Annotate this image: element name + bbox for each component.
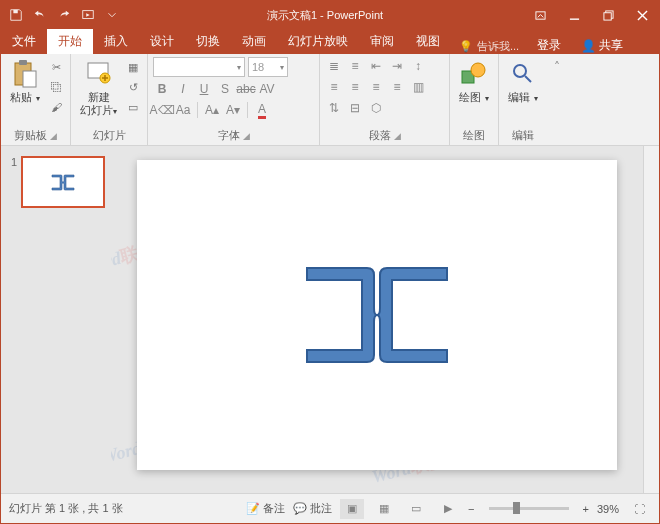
cut-icon[interactable]: ✂ (47, 59, 65, 75)
font-color-button[interactable]: A (253, 101, 271, 119)
tab-view[interactable]: 视图 (405, 29, 451, 54)
dialog-launcher-icon[interactable]: ◢ (50, 131, 57, 141)
group-font: ▾ 18▾ B I U S abc AV A⌫ Aa A▴ A▾ A 字体◢ (148, 54, 320, 145)
share-button[interactable]: 👤共享 (571, 37, 633, 54)
shrink-font-icon[interactable]: A▾ (224, 101, 242, 119)
svg-rect-2 (535, 11, 544, 18)
indent-increase-icon[interactable]: ⇥ (388, 57, 406, 75)
ribbon-display-icon[interactable] (523, 1, 557, 29)
svg-rect-9 (19, 60, 27, 65)
paste-icon (10, 59, 40, 89)
group-editing: 编辑 ▾ 编辑 (499, 54, 547, 145)
group-paragraph: ≣ ≡ ⇤ ⇥ ↕ ≡ ≡ ≡ ≡ ▥ ⇅ ⊟ ⬡ 段落◢ (320, 54, 450, 145)
svg-point-15 (514, 65, 526, 77)
comments-button[interactable]: 💬 批注 (293, 501, 332, 516)
group-drawing: 绘图 ▾ 绘图 (450, 54, 499, 145)
numbering-icon[interactable]: ≡ (346, 57, 364, 75)
tab-home[interactable]: 开始 (47, 29, 93, 54)
shadow-button[interactable]: S (216, 80, 234, 98)
share-icon: 👤 (581, 39, 596, 53)
notes-button[interactable]: 📝 备注 (246, 501, 285, 516)
slide-thumb-1[interactable]: 1 (7, 156, 105, 208)
tab-design[interactable]: 设计 (139, 29, 185, 54)
copy-icon[interactable]: ⿻ (47, 79, 65, 95)
zoom-in-button[interactable]: + (583, 503, 589, 515)
font-size-combo[interactable]: 18▾ (248, 57, 288, 77)
line-spacing-icon[interactable]: ↕ (409, 57, 427, 75)
svg-line-16 (525, 76, 531, 82)
tab-transition[interactable]: 切换 (185, 29, 231, 54)
new-slide-button[interactable]: 新建 幻灯片▾ (76, 57, 121, 119)
underline-button[interactable]: U (195, 80, 213, 98)
align-right-icon[interactable]: ≡ (367, 78, 385, 96)
tab-insert[interactable]: 插入 (93, 29, 139, 54)
start-from-beginning-icon[interactable] (77, 4, 99, 26)
normal-view-icon[interactable]: ▣ (340, 499, 364, 519)
tell-me[interactable]: 💡告诉我... (451, 39, 527, 54)
align-text-icon[interactable]: ⊟ (346, 99, 364, 117)
window-title: 演示文稿1 - PowerPoint (127, 8, 523, 23)
italic-button[interactable]: I (174, 80, 192, 98)
vertical-scrollbar[interactable] (643, 146, 659, 493)
collapse-ribbon-icon[interactable]: ˄ (548, 58, 566, 76)
paste-button[interactable]: 粘贴 ▾ (6, 57, 44, 106)
font-family-combo[interactable]: ▾ (153, 57, 245, 77)
bulb-icon: 💡 (459, 40, 473, 53)
workspace: 1 Word联盟 Word联盟 Word联盟 Word联盟 (1, 146, 659, 493)
save-icon[interactable] (5, 4, 27, 26)
thumbnail-panel: 1 (1, 146, 111, 493)
tab-review[interactable]: 审阅 (359, 29, 405, 54)
smartart-icon[interactable]: ⬡ (367, 99, 385, 117)
grow-font-icon[interactable]: A▴ (203, 101, 221, 119)
slide[interactable] (137, 160, 617, 470)
drawing-button[interactable]: 绘图 ▾ (455, 57, 493, 106)
qat-customize-icon[interactable] (101, 4, 123, 26)
format-painter-icon[interactable]: 🖌 (47, 99, 65, 115)
tab-file[interactable]: 文件 (1, 29, 47, 54)
thumb-preview (21, 156, 105, 208)
align-left-icon[interactable]: ≡ (325, 78, 343, 96)
change-case-button[interactable]: Aa (174, 101, 192, 119)
editing-button[interactable]: 编辑 ▾ (504, 57, 542, 106)
spacing-button[interactable]: AV (258, 80, 276, 98)
dialog-launcher-icon[interactable]: ◢ (394, 131, 401, 141)
align-center-icon[interactable]: ≡ (346, 78, 364, 96)
justify-icon[interactable]: ≡ (388, 78, 406, 96)
strike-button[interactable]: abc (237, 80, 255, 98)
layout-icon[interactable]: ▦ (124, 59, 142, 75)
columns-icon[interactable]: ▥ (409, 78, 427, 96)
shapes-icon (459, 59, 489, 89)
slide-shape[interactable] (292, 250, 462, 380)
quick-access-toolbar (1, 4, 127, 26)
redo-icon[interactable] (53, 4, 75, 26)
bold-button[interactable]: B (153, 80, 171, 98)
zoom-out-button[interactable]: − (468, 503, 474, 515)
restore-icon[interactable] (591, 1, 625, 29)
slideshow-view-icon[interactable]: ▶ (436, 499, 460, 519)
clear-format-icon[interactable]: A⌫ (153, 101, 171, 119)
status-bar: 幻灯片 第 1 张 , 共 1 张 📝 备注 💬 批注 ▣ ▦ ▭ ▶ − + … (1, 493, 659, 523)
zoom-slider[interactable] (489, 507, 569, 510)
section-icon[interactable]: ▭ (124, 99, 142, 115)
tab-slideshow[interactable]: 幻灯片放映 (277, 29, 359, 54)
undo-icon[interactable] (29, 4, 51, 26)
indent-decrease-icon[interactable]: ⇤ (367, 57, 385, 75)
minimize-icon[interactable] (557, 1, 591, 29)
zoom-level[interactable]: 39% (597, 503, 619, 515)
login-button[interactable]: 登录 (527, 37, 571, 54)
ribbon: 粘贴 ▾ ✂ ⿻ 🖌 剪贴板◢ 新建 幻灯片▾ ▦ ↺ ▭ 幻灯片 (1, 54, 659, 146)
bullets-icon[interactable]: ≣ (325, 57, 343, 75)
reading-view-icon[interactable]: ▭ (404, 499, 428, 519)
svg-point-14 (471, 63, 485, 77)
slide-canvas[interactable]: Word联盟 Word联盟 Word联盟 Word联盟 (111, 146, 643, 493)
dialog-launcher-icon[interactable]: ◢ (243, 131, 250, 141)
tab-animation[interactable]: 动画 (231, 29, 277, 54)
fit-to-window-icon[interactable]: ⛶ (627, 499, 651, 519)
sorter-view-icon[interactable]: ▦ (372, 499, 396, 519)
window-controls (523, 1, 659, 29)
text-direction-icon[interactable]: ⇅ (325, 99, 343, 117)
svg-rect-5 (603, 12, 610, 19)
reset-icon[interactable]: ↺ (124, 79, 142, 95)
title-bar: 演示文稿1 - PowerPoint (1, 1, 659, 29)
close-icon[interactable] (625, 1, 659, 29)
